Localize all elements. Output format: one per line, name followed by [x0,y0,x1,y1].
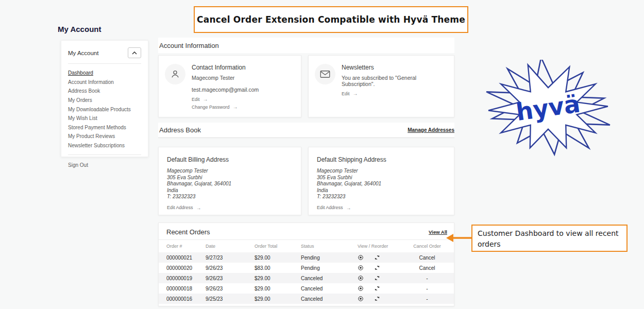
billing-address-lines: Magecomp Tester305 Eva SurbhiBhavnagar, … [167,168,293,200]
order-date: 9/25/23 [206,296,255,302]
edit-newsletter-link[interactable]: Edit → [342,91,448,96]
order-status: Canceled [301,286,358,291]
order-date: 9/27/23 [206,255,255,261]
edit-billing-address-link[interactable]: Edit Address → [167,205,293,211]
order-number: 000000021 [159,255,206,261]
collapse-button[interactable] [128,47,141,58]
cancel-order-link[interactable]: Cancel [406,265,448,271]
order-status: Pending [301,255,358,261]
shipping-card-title: Default Shipping Address [317,156,446,163]
person-icon [170,69,180,79]
shipping-address-lines: Magecomp Tester305 Eva SurbhiBhavnagar, … [317,168,446,200]
avatar [165,64,185,84]
column-header: Order Total [255,244,301,249]
reorder-icon[interactable] [374,285,380,291]
sidebar-item-my-orders[interactable]: My Orders [68,96,141,105]
order-number: 000000020 [159,265,206,271]
recent-orders-card: Recent Orders View All Order #DateOrder … [158,222,454,306]
view-all-link[interactable]: View All [429,229,447,235]
billing-address-card: Default Billing Address Magecomp Tester3… [158,147,301,215]
view-order-icon[interactable] [358,296,364,302]
arrow-right-icon: → [196,205,201,211]
sidebar-item-dashboard[interactable]: Dashboard [68,68,141,78]
envelope-icon [320,70,330,78]
address-line: India [317,187,446,194]
order-row: 0000000219/27/23$29.00PendingCancel [159,252,454,263]
reorder-icon[interactable] [374,265,380,271]
sidebar-item-stored-payment-methods[interactable]: Stored Payment Methods [68,123,141,132]
reorder-icon[interactable] [374,254,380,261]
section-title: Address Book [158,126,201,134]
arrow-right-icon: → [346,205,351,211]
hyva-logo: hyvä [483,60,613,158]
sidebar-item-address-book[interactable]: Address Book [68,87,141,96]
order-total: $29.00 [255,296,301,302]
order-actions [358,275,406,281]
arrow-right-icon: → [233,104,238,110]
order-status: Canceled [301,296,358,302]
account-sidebar: My Account DashboardAccount InformationA… [61,40,148,157]
arrow-right-icon: → [203,96,208,102]
order-row: 0000000209/26/23$83.00PendingCancel [159,263,454,273]
sidebar-header[interactable]: My Account [68,46,141,64]
newsletter-avatar [315,64,335,84]
order-date: 9/26/23 [206,276,255,281]
address-line: 305 Eva Surbhi [167,175,293,181]
view-order-icon[interactable] [358,285,364,291]
order-total: $29.00 [255,255,301,261]
contact-information-card: Contact Information Magecomp Tester test… [158,55,301,117]
order-actions [358,296,406,302]
sidebar-item-newsletter-subscriptions[interactable]: Newsletter Subscriptions [68,141,141,150]
sidebar-item-my-product-reviews[interactable]: My Product Reviews [68,132,141,141]
shipping-address-card: Default Shipping Address Magecomp Tester… [308,147,454,215]
section-title: Account Information [158,42,219,49]
sidebar-item-my-downloadable-products[interactable]: My Downloadable Products [68,105,141,114]
order-actions [358,285,406,291]
banner-text: Cancel Order Extension Compatible with H… [197,14,465,25]
order-total: $29.00 [255,276,301,281]
sign-out-wrap: Sign Out [68,154,141,169]
change-password-link[interactable]: Change Password → [192,104,259,110]
recent-orders-header: Recent Orders View All [159,223,454,240]
order-status: Pending [301,265,358,271]
orders-table-header: Order #DateOrder TotalStatusView / Reord… [159,240,454,252]
edit-shipping-address-link[interactable]: Edit Address → [317,205,446,211]
address-line: 305 Eva Surbhi [317,175,446,181]
account-information-header: Account Information [158,38,454,53]
sidebar-item-account-information[interactable]: Account Information [68,78,141,87]
contact-email: test.magecomp@gmail.com [192,87,259,93]
column-header: Order # [159,244,206,249]
order-actions [358,265,406,271]
edit-address-label: Edit Address [317,205,343,210]
edit-label: Edit [192,97,200,102]
change-password-label: Change Password [192,105,230,110]
cancel-order-placeholder: - [406,296,448,302]
column-header: Status [301,244,358,249]
edit-contact-link[interactable]: Edit → [192,96,259,102]
order-row: 0000000189/26/23$29.00Canceled- [159,283,454,294]
reorder-icon[interactable] [374,296,380,302]
order-row: 0000000199/26/23$29.00Canceled- [159,273,454,283]
annotation-box: Customer Dashboard to view all recent or… [471,225,628,252]
sidebar-item-sign-out[interactable]: Sign Out [68,162,88,168]
manage-addresses-link[interactable]: Manage Addresses [408,127,454,133]
view-order-icon[interactable] [358,254,364,261]
view-order-icon[interactable] [358,265,364,271]
column-header: Date [206,244,255,249]
contact-card-title: Contact Information [192,64,259,71]
annotation-arrow-icon [446,232,472,244]
cancel-order-link[interactable]: Cancel [406,255,448,261]
sidebar-item-my-wish-list[interactable]: My Wish List [68,114,141,123]
order-actions [358,254,406,261]
edit-label: Edit [342,91,350,96]
cancel-order-placeholder: - [406,276,448,281]
address-line: India [167,187,293,194]
address-line: Bhavnagar, Gujarat, 364001 [167,181,293,187]
reorder-icon[interactable] [374,275,380,281]
view-order-icon[interactable] [358,275,364,281]
arrow-right-icon: → [353,91,358,96]
banner-box: Cancel Order Extension Compatible with H… [194,6,468,33]
address-line: T: 23232323 [167,194,293,200]
column-header: Cancel Order [406,244,448,249]
chevron-up-icon [132,52,137,55]
